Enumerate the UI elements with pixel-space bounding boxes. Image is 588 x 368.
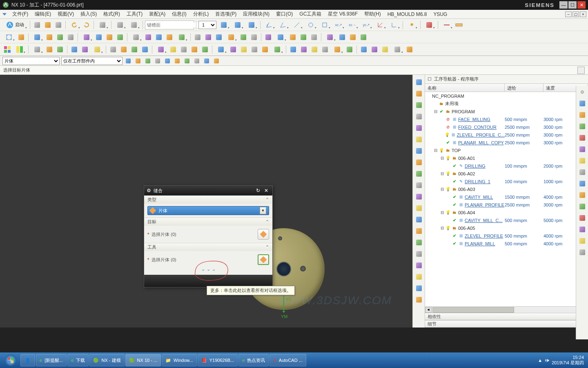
resource-btn-3[interactable] [414, 112, 424, 121]
tree-row-0[interactable]: NC_PROGRAM [425, 92, 588, 100]
task-item-7[interactable]: AAutoCAD ... [270, 354, 306, 366]
resource-btn-0[interactable] [414, 77, 424, 87]
tool-select-button[interactable] [258, 254, 269, 265]
task-item-2[interactable]: 🟢NX - 建模 [89, 354, 124, 366]
operation-tree[interactable]: NC_PROGRAM🖿未用项⊟✔🖿PROGRAM⊘⊞FACE_MILLING50… [425, 92, 588, 306]
tree-row-16[interactable]: ✔⊞CAVITY_MILL_C...500 mmpm5000 rpm [425, 216, 588, 224]
col-name[interactable]: 名称 [425, 84, 505, 92]
fr-btn-10[interactable] [577, 213, 588, 223]
tree-row-1[interactable]: 🖿未用项 [425, 100, 588, 108]
tb-feature-19[interactable] [260, 45, 270, 54]
system-tray[interactable]: ▲ 🕪 15:24 2019\7\4 星期四 [538, 355, 586, 366]
dlg-section-type[interactable]: 类型 ⌃ [144, 195, 272, 204]
resource-btn-1[interactable] [414, 89, 424, 99]
tb-feature-18[interactable] [249, 45, 259, 54]
tb-solid-25[interactable] [337, 32, 347, 42]
tree-row-19[interactable]: ✔⊞PLANAR_MILL500 mmpm4000 rpm [425, 240, 588, 247]
tb-wcs-3[interactable] [290, 20, 303, 30]
task-item-6[interactable]: e热点资讯 [238, 354, 269, 366]
dialog-close-button[interactable]: ✕ [263, 187, 270, 194]
close-button[interactable]: ✕ [577, 1, 586, 9]
filter-btn-9[interactable] [212, 57, 220, 65]
tree-row-2[interactable]: ⊟✔🖿PROGRAM [425, 108, 588, 115]
menu-application[interactable]: 应用模块(N) [240, 10, 273, 18]
tb-solid-0[interactable] [31, 32, 44, 42]
menu-info[interactable]: 信息(I) [169, 10, 189, 18]
tb-solid-2[interactable] [55, 32, 65, 42]
tree-row-18[interactable]: ✔⊞ZLEVEL_PROFILE500 mmpm4000 rpm [425, 232, 588, 240]
tb-settings[interactable]: ✹ [405, 20, 418, 30]
menu-insert[interactable]: 插入(S) [77, 10, 100, 18]
tb-solid-24[interactable] [323, 32, 336, 42]
scope-filter-combo[interactable]: 仅在工作部件内 [61, 57, 122, 65]
tb-clipboard[interactable] [96, 20, 109, 30]
target-select-button[interactable] [258, 229, 269, 240]
fr-btn-3[interactable] [577, 132, 588, 143]
prompt-collapse-button[interactable] [577, 67, 585, 74]
tb-wcs-1[interactable] [263, 20, 276, 30]
fr-btn-1[interactable] [577, 110, 588, 120]
target-sheet-row[interactable]: * 选择片体 (0) [147, 228, 269, 240]
tb-pattern-2[interactable] [13, 45, 26, 54]
tb-feature-12[interactable] [179, 45, 189, 54]
col-feed[interactable]: 进给 [505, 84, 543, 92]
filter-btn-4[interactable] [163, 57, 172, 65]
graphics-viewport[interactable]: YC YM ⚙ 缝合 ↻ ✕ 类型 ⌃ 片体 ▼ [0, 75, 412, 328]
tb-wcs-4[interactable] [304, 20, 317, 30]
task-item-3[interactable]: 🟢NX 10 - ... [125, 354, 161, 366]
tb-feature-17[interactable] [239, 45, 249, 54]
fr-btn-11[interactable] [577, 224, 588, 235]
tb-feature-16[interactable] [228, 45, 238, 54]
tb-help[interactable] [423, 20, 436, 30]
tb-feature-20[interactable] [271, 45, 284, 54]
resource-btn-9[interactable] [414, 180, 424, 190]
filter-btn-0[interactable] [124, 57, 132, 65]
resource-btn-8[interactable] [414, 169, 424, 179]
tb-solid-8[interactable] [129, 32, 143, 42]
tb-solid-13[interactable] [193, 32, 203, 42]
tb-misc-2[interactable] [127, 20, 140, 30]
tb-solid-5[interactable] [94, 32, 104, 42]
tb-feature-23[interactable] [310, 45, 319, 54]
resource-btn-15[interactable] [414, 249, 424, 259]
tb-xc[interactable]: xc↗ [332, 20, 345, 30]
resource-btn-18[interactable] [414, 283, 424, 293]
tb-solid-14[interactable] [203, 32, 213, 42]
resource-btn-10[interactable] [414, 192, 424, 202]
command-search-input[interactable] [147, 22, 203, 27]
filter-btn-3[interactable] [154, 57, 162, 65]
resource-btn-11[interactable] [414, 203, 424, 213]
task-item-0[interactable]: e[新提醒... [36, 354, 67, 366]
menu-hbmould[interactable]: HB_MOULD M6.8 [384, 11, 430, 18]
tb-feature-22[interactable] [299, 45, 309, 54]
tree-column-headers[interactable]: 名称 进给 速度 [425, 84, 588, 92]
tb-solid-26[interactable] [348, 32, 358, 42]
resource-btn-6[interactable] [414, 146, 424, 156]
tree-row-6[interactable]: ✔⊞PLANAR_MILL_COPY2500 mmpm3000 rpm [425, 139, 588, 146]
tb-feature-15[interactable] [214, 45, 227, 54]
tray-icon[interactable]: ▲ [538, 358, 542, 363]
tb-feature-10[interactable] [154, 45, 167, 54]
section-detail[interactable]: 细节 ⌄ [425, 320, 588, 328]
tb-feature-5[interactable] [91, 45, 104, 54]
task-item-4[interactable]: 📁Window... [162, 354, 197, 366]
maximize-button[interactable]: ☐ [568, 1, 577, 9]
tb-feature-24[interactable] [320, 45, 330, 54]
task-item-1[interactable]: e下载 [67, 354, 89, 366]
type-combo[interactable]: 片体 ▼ [147, 206, 269, 215]
tb-solid-11[interactable] [165, 32, 174, 42]
tb-solid-18[interactable] [249, 32, 259, 42]
tree-row-9[interactable]: ✔✎DRILLING100 mmpm2000 rpm [425, 162, 588, 170]
resource-btn-12[interactable] [414, 215, 424, 224]
task-pinned-1[interactable]: 👤 [20, 354, 35, 366]
tb-open[interactable] [43, 20, 53, 30]
resource-btn-13[interactable] [414, 226, 424, 236]
chevron-down-icon[interactable]: ▼ [260, 207, 266, 214]
tb-feature-9[interactable] [140, 45, 150, 54]
menu-starry[interactable]: 星空 V6.936F [325, 10, 361, 18]
fr-btn-13[interactable] [577, 247, 588, 258]
horizontal-scrollbar[interactable]: ◄ ► [425, 306, 588, 313]
dlg-section-target[interactable]: 目标 ⌃ [144, 218, 272, 226]
tb-feature-25[interactable] [331, 45, 344, 54]
tb-solid-6[interactable] [105, 32, 114, 42]
